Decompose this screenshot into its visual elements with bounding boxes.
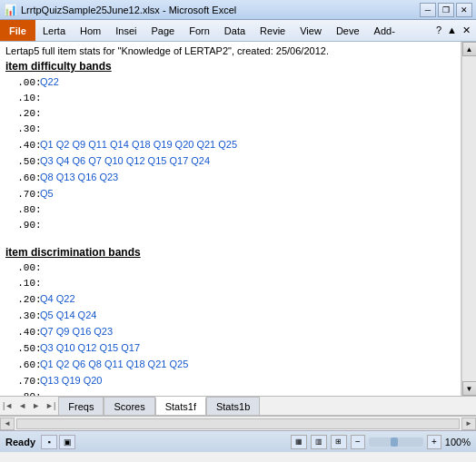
hscroll-right-button[interactable]: ► xyxy=(461,418,476,430)
discrimination-items-30: Q5 Q14 Q24 xyxy=(40,308,96,323)
scroll-down-button[interactable]: ▼ xyxy=(462,381,477,396)
minimize-button[interactable]: ─ xyxy=(420,3,436,17)
normal-view-button[interactable]: ▦ xyxy=(291,435,307,449)
menu-addins[interactable]: Add- xyxy=(367,20,402,41)
tab-stats1f[interactable]: Stats1f xyxy=(155,397,206,415)
difficulty-label-60: .60: xyxy=(5,171,40,186)
discrimination-items-50: Q3 Q10 Q12 Q15 Q17 xyxy=(40,340,140,356)
difficulty-band-00: .00: Q22 xyxy=(5,74,455,91)
sheet-tabs-area: |◄ ◄ ► ►| Freqs Scores Stats1f Stats1b xyxy=(0,396,476,416)
sheet-nav-prev[interactable]: ◄ xyxy=(15,401,29,410)
discrimination-band-40: .40: Q7 Q9 Q16 Q23 xyxy=(5,324,455,340)
horizontal-scrollbar[interactable]: ◄ ► xyxy=(0,416,476,430)
difficulty-label-70: .70: xyxy=(5,187,40,202)
discrimination-band-60: .60: Q1 Q2 Q6 Q8 Q11 Q18 Q21 Q25 xyxy=(5,357,455,373)
difficulty-band-20: .20: xyxy=(5,106,455,122)
menu-data[interactable]: Data xyxy=(217,20,253,41)
page-break-button[interactable]: ⊞ xyxy=(331,435,347,449)
tab-stats1b[interactable]: Stats1b xyxy=(206,397,260,415)
vertical-scrollbar[interactable]: ▲ ▼ xyxy=(461,42,476,396)
difficulty-band-80: .80: xyxy=(5,202,455,218)
difficulty-band-40: .40: Q1 Q2 Q9 Q11 Q14 Q18 Q19 Q20 Q21 Q2… xyxy=(5,137,455,153)
difficulty-band-90: .90: xyxy=(5,218,455,233)
difficulty-label-50: .50: xyxy=(5,154,40,170)
zoom-in-button[interactable]: + xyxy=(427,435,441,449)
title-bar-controls: ─ ❐ ✕ xyxy=(420,3,472,17)
discrimination-band-80: .80: xyxy=(5,389,455,396)
difficulty-label-40: .40: xyxy=(5,138,40,153)
difficulty-band-70: .70: Q5 xyxy=(5,186,455,202)
difficulty-label-30: .30: xyxy=(5,122,40,137)
menu-lerta[interactable]: Lerta xyxy=(35,20,73,41)
sheet-nav-first[interactable]: |◄ xyxy=(0,401,15,410)
window-title: LrrtpQuizSample25June12.xlsx - Microsoft… xyxy=(21,5,236,15)
discrimination-band-00: .00: xyxy=(5,260,455,276)
difficulty-items-60: Q8 Q13 Q16 Q23 xyxy=(40,170,118,185)
hscroll-track[interactable] xyxy=(16,418,460,429)
menu-home[interactable]: Hom xyxy=(73,20,108,41)
discrimination-band-30: .30: Q5 Q14 Q24 xyxy=(5,308,455,324)
discrimination-label-40: .40: xyxy=(5,325,40,340)
excel-icon-2[interactable]: ▣ xyxy=(59,435,75,449)
close-ribbon-icon[interactable]: ✕ xyxy=(461,24,472,37)
difficulty-band-10: .10: xyxy=(5,91,455,106)
discrimination-section-title: item discrimination bands xyxy=(5,246,455,259)
difficulty-label-00: .00: xyxy=(5,75,40,91)
menu-page[interactable]: Page xyxy=(144,20,183,41)
tab-freqs[interactable]: Freqs xyxy=(58,397,104,415)
zoom-out-button[interactable]: − xyxy=(351,435,365,449)
difficulty-band-50: .50: Q3 Q4 Q6 Q7 Q10 Q12 Q15 Q17 Q24 xyxy=(5,153,455,170)
difficulty-band-60: .60: Q8 Q13 Q16 Q23 xyxy=(5,170,455,186)
discrimination-band-50: .50: Q3 Q10 Q12 Q15 Q17 xyxy=(5,340,455,357)
menu-formulas[interactable]: Forn xyxy=(182,20,217,41)
title-bar: 📊 LrrtpQuizSample25June12.xlsx - Microso… xyxy=(0,0,476,20)
file-header: Lertap5 full item stats for "Knowledge o… xyxy=(5,45,455,56)
scroll-track[interactable] xyxy=(462,56,476,381)
menu-file[interactable]: File xyxy=(0,20,35,41)
title-bar-left: 📊 LrrtpQuizSample25June12.xlsx - Microso… xyxy=(4,4,236,16)
restore-button[interactable]: ❐ xyxy=(438,3,454,17)
close-button[interactable]: ✕ xyxy=(456,3,472,17)
menu-view[interactable]: View xyxy=(293,20,329,41)
status-right-area: ▦ ▥ ⊞ − + 100% xyxy=(291,435,471,449)
menu-insert[interactable]: Insei xyxy=(108,20,144,41)
sheet-nav-next[interactable]: ► xyxy=(29,401,43,410)
page-layout-button[interactable]: ▥ xyxy=(311,435,327,449)
zoom-level: 100% xyxy=(445,437,471,447)
menu-developer[interactable]: Deve xyxy=(329,20,367,41)
app-icon: 📊 xyxy=(4,4,17,16)
difficulty-band-30: .30: xyxy=(5,122,455,137)
difficulty-items-40: Q1 Q2 Q9 Q11 Q14 Q18 Q19 Q20 Q21 Q25 xyxy=(40,137,237,152)
discrimination-items-60: Q1 Q2 Q6 Q8 Q11 Q18 Q21 Q25 xyxy=(40,357,188,372)
excel-icon-1[interactable]: ▪ xyxy=(41,435,57,449)
help-icon[interactable]: ? xyxy=(434,24,443,37)
menu-review[interactable]: Revie xyxy=(253,20,293,41)
zoom-thumb[interactable] xyxy=(391,437,398,447)
discrimination-label-70: .70: xyxy=(5,374,40,389)
zoom-slider[interactable] xyxy=(369,437,423,447)
difficulty-items-00: Q22 xyxy=(40,74,59,90)
tab-scores[interactable]: Scores xyxy=(104,397,154,415)
minimize-ribbon-icon[interactable]: ▲ xyxy=(445,24,459,37)
difficulty-label-10: .10: xyxy=(5,91,40,106)
discrimination-items-40: Q7 Q9 Q16 Q23 xyxy=(40,324,113,339)
sheet-nav-last[interactable]: ►| xyxy=(43,401,58,410)
sheet-tabs: Freqs Scores Stats1f Stats1b xyxy=(58,397,260,415)
status-icons: ▪ ▣ xyxy=(41,435,75,449)
discrimination-label-30: .30: xyxy=(5,309,40,324)
discrimination-band-70: .70: Q13 Q19 Q20 xyxy=(5,373,455,389)
content-area: Lertap5 full item stats for "Knowledge o… xyxy=(0,42,461,396)
scroll-up-button[interactable]: ▲ xyxy=(462,42,477,56)
difficulty-label-80: .80: xyxy=(5,202,40,218)
hscroll-left-button[interactable]: ◄ xyxy=(0,418,15,430)
discrimination-label-20: .20: xyxy=(5,292,40,308)
discrimination-band-20: .20: Q4 Q22 xyxy=(5,291,455,308)
discrimination-label-80: .80: xyxy=(5,389,40,396)
gap-spacer xyxy=(5,233,455,242)
discrimination-band-10: .10: xyxy=(5,276,455,291)
discrimination-items-20: Q4 Q22 xyxy=(40,291,75,307)
difficulty-label-20: .20: xyxy=(5,106,40,122)
discrimination-label-00: .00: xyxy=(5,260,40,276)
difficulty-items-50: Q3 Q4 Q6 Q7 Q10 Q12 Q15 Q17 Q24 xyxy=(40,153,210,169)
difficulty-label-90: .90: xyxy=(5,218,40,233)
